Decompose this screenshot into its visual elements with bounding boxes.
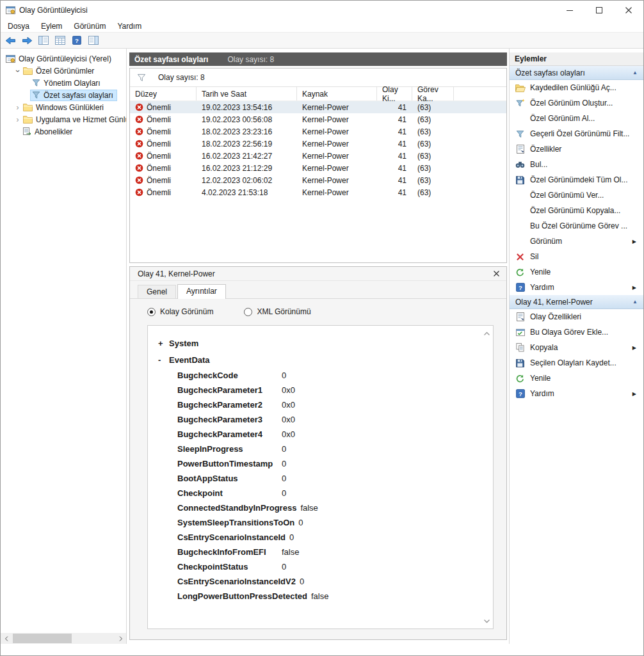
detail-node[interactable]: -EventData [158, 351, 476, 368]
action-item[interactable]: Sil [510, 249, 643, 264]
tree-item[interactable]: Olay Görüntüleyicisi (Yerel) [1, 52, 126, 65]
action-item-label: Bu Olaya Görev Ekle... [530, 328, 638, 337]
preview-vertical-scrollbar[interactable] [482, 329, 491, 625]
column-header[interactable]: Tarih ve Saat [197, 87, 297, 100]
column-header[interactable]: Görev Ka... [412, 87, 454, 100]
maximize-button[interactable] [584, 1, 614, 20]
action-item[interactable]: Özel Görünümdeki Tüm Ol... [510, 172, 643, 188]
event-data-row: BugcheckInfoFromEFIfalse [158, 545, 476, 559]
action-item[interactable]: Görünüm▶ [510, 234, 643, 249]
help-button[interactable]: ? [69, 33, 85, 47]
scroll-up-icon[interactable] [483, 329, 490, 338]
menu-item[interactable]: Görünüm [68, 20, 111, 32]
action-item[interactable]: Özel Görünümü Ver... [510, 188, 643, 203]
field-name: BootAppStatus [177, 474, 282, 483]
close-preview-icon[interactable] [494, 271, 499, 276]
no-icon [515, 221, 526, 231]
field-value: 0 [282, 371, 286, 380]
scroll-down-icon[interactable] [483, 616, 490, 625]
action-item[interactable]: Kopyala▶ [510, 340, 643, 355]
tree-item-label: Windows Günlükleri [36, 103, 104, 112]
action-item[interactable]: Özellikler [510, 141, 643, 157]
action-item-label: Olay Özellikleri [530, 312, 638, 321]
collapse-node-icon[interactable]: - [158, 355, 169, 365]
action-group-header[interactable]: Olay 41, Kernel-Power▲ [510, 295, 643, 309]
detail-node[interactable]: +System [158, 335, 476, 351]
expand-node-icon[interactable]: + [158, 339, 169, 348]
event-row[interactable]: Önemli18.02.2023 23:23:16Kernel-Power41(… [130, 125, 506, 138]
scroll-right-icon[interactable] [115, 633, 126, 644]
event-row[interactable]: Önemli4.02.2023 21:53:18Kernel-Power41(6… [130, 186, 506, 198]
tree-item[interactable]: ›Windows Günlükleri [1, 101, 126, 113]
action-item[interactable]: ?Yardım▶ [510, 386, 643, 401]
field-value: 0x0 [282, 385, 295, 395]
view-mode-radio[interactable]: Kolay Görünüm [147, 307, 213, 316]
forward-button[interactable] [19, 33, 35, 47]
chevron-right-icon[interactable]: › [13, 115, 22, 124]
menu-item[interactable]: Dosya [2, 20, 35, 32]
action-item-label: Bu Özel Görünüme Görev ... [530, 221, 638, 230]
tree-item[interactable]: ›Özel Görünümler [1, 65, 126, 77]
source-cell: Kernel-Power [297, 150, 377, 162]
event-row[interactable]: Önemli18.02.2023 22:56:19Kernel-Power41(… [130, 138, 506, 150]
view-mode-radio[interactable]: XML Görünümü [244, 307, 310, 316]
scrollbar-thumb[interactable] [13, 634, 72, 643]
chevron-down-icon[interactable]: › [13, 67, 22, 75]
action-item[interactable]: ?Yardım▶ [510, 280, 643, 295]
menu-item[interactable]: Eylem [35, 20, 68, 32]
del-icon [515, 252, 526, 262]
event-row[interactable]: Önemli19.02.2023 00:56:08Kernel-Power41(… [130, 113, 506, 125]
action-item[interactable]: Olay Özellikleri [510, 309, 643, 324]
event-row[interactable]: Önemli12.02.2023 02:06:02Kernel-Power41(… [130, 174, 506, 186]
chevron-right-icon[interactable]: › [13, 103, 22, 112]
action-group-header[interactable]: Özet sayfası olayları▲ [510, 66, 643, 80]
column-header[interactable]: Kaynak [297, 87, 377, 100]
close-button[interactable] [614, 1, 643, 20]
datetime-cell: 16.02.2023 21:12:29 [197, 162, 297, 174]
scrollbar-track[interactable] [12, 633, 115, 644]
action-item[interactable]: Özel Görünümü Kopyala... [510, 203, 643, 218]
submenu-arrow-icon: ▶ [632, 345, 636, 351]
event-row[interactable]: Önemli16.02.2023 21:12:29Kernel-Power41(… [130, 162, 506, 174]
tree-item[interactable]: ›Uygulama ve Hizmet Günlük [1, 113, 126, 125]
column-header[interactable]: Olay Ki... [377, 87, 412, 100]
field-name: CsEntryScenarioInstanceId [177, 532, 289, 542]
tree-item[interactable]: Abonelikler [1, 125, 126, 138]
level-cell: Önemli [147, 140, 171, 148]
preview-tab[interactable]: Ayrıntılar [177, 284, 226, 299]
tree-item[interactable]: Özet sayfası olayları [1, 89, 126, 101]
scroll-left-icon[interactable] [1, 633, 12, 644]
event-row[interactable]: Önemli16.02.2023 21:42:27Kernel-Power41(… [130, 150, 506, 162]
minimize-button[interactable] [555, 1, 584, 20]
preview-tab[interactable]: Genel [138, 285, 176, 298]
console-tree: Olay Görüntüleyicisi (Yerel)›Özel Görünü… [1, 52, 126, 633]
action-item[interactable]: Özel Görünüm Oluştur... [510, 95, 643, 111]
tree-horizontal-scrollbar[interactable] [1, 633, 126, 644]
action-item-label: Özellikler [530, 145, 638, 154]
action-item[interactable]: Bu Olaya Görev Ekle... [510, 324, 643, 340]
action-item[interactable]: Özel Görünüm Al... [510, 111, 643, 126]
action-item[interactable]: Seçilen Olayları Kaydet... [510, 355, 643, 371]
level-cell: Önemli [147, 103, 171, 112]
back-button[interactable] [3, 33, 18, 47]
action-item[interactable]: Yenile [510, 264, 643, 280]
title-bar: Olay Görüntüleyicisi [1, 1, 643, 20]
action-item[interactable]: Geçerli Özel Görünümü Filt... [510, 126, 643, 141]
column-header[interactable]: Düzey [130, 87, 197, 100]
action-item[interactable]: Yenile [510, 371, 643, 386]
export-list-button[interactable] [52, 33, 68, 47]
show-console-tree-button[interactable] [36, 33, 51, 47]
collapse-group-icon[interactable]: ▲ [632, 299, 638, 305]
event-data-tree: +System-EventDataBugcheckCode0BugcheckPa… [158, 335, 476, 604]
action-item[interactable]: Bu Özel Görünüme Görev ... [510, 218, 643, 234]
action-item[interactable]: Bul... [510, 157, 643, 172]
tree-item[interactable]: Yönetim Olayları [1, 77, 126, 89]
refresh-icon [515, 373, 526, 383]
show-action-pane-button[interactable] [86, 33, 101, 47]
action-item-label: Yardım [530, 283, 628, 292]
collapse-group-icon[interactable]: ▲ [632, 70, 638, 76]
event-row[interactable]: Önemli19.02.2023 13:54:16Kernel-Power41(… [130, 101, 506, 113]
menu-item[interactable]: Yardım [111, 20, 147, 32]
action-item[interactable]: Kaydedilen Günlüğü Aç... [510, 80, 643, 95]
action-item-label: Bul... [530, 160, 638, 169]
